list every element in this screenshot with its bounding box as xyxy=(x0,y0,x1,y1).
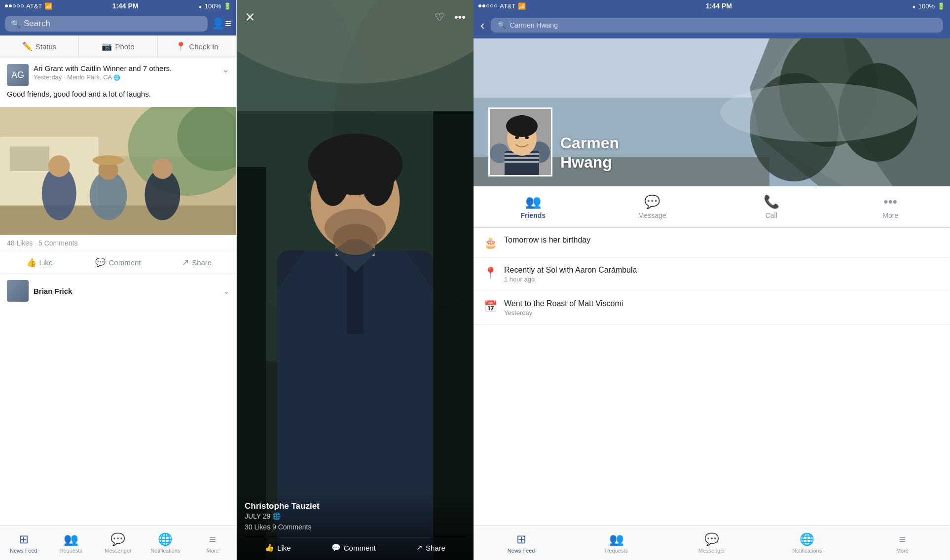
call-icon: 📞 xyxy=(764,194,779,210)
profile-action-row: 👥 Friends 💬 Message 📞 Call ••• More xyxy=(474,186,950,228)
photo-stats: 30 Likes 9 Comments xyxy=(245,523,466,531)
profile-panel: AT&T 📶 1:44 PM ⬥ 100% 🔋 ‹ 🔍 Carmen Hwang xyxy=(474,0,950,560)
photo-comment-button[interactable]: 💬 Comment xyxy=(331,543,376,552)
profile-more-button[interactable]: ••• More xyxy=(831,190,950,223)
photo-share-label: Share xyxy=(426,544,445,552)
profile-call-button[interactable]: 📞 Call xyxy=(712,190,831,223)
checkin-label: Check In xyxy=(189,42,218,51)
share-button[interactable]: ↗ Share xyxy=(157,252,236,273)
share-icon: ↗ xyxy=(182,257,189,268)
co-authors: with Caitlin Winner and 7 others. xyxy=(65,64,172,72)
profile-avatar-inner xyxy=(490,109,551,175)
camera-icon: 📷 xyxy=(102,41,112,52)
checkin-button[interactable]: 📍 Check In xyxy=(158,35,236,58)
profile-info-list: 🎂 Tomorrow is her birthday 📍 Recently at… xyxy=(474,228,950,525)
notifications-label: Notifications xyxy=(150,548,180,554)
profile-avatar-container: CarmenHwang xyxy=(488,107,619,176)
photo-viewer-panel: ✕ ♡ ••• Christophe Tauziet JULY 29 🌐 30 … xyxy=(237,0,474,560)
status-button[interactable]: ✏️ Status xyxy=(0,35,79,58)
photo-date: JULY 29 🌐 xyxy=(245,512,466,520)
battery-label: 100% xyxy=(205,2,221,10)
next-post-preview: Brian Frick ⌄ xyxy=(0,274,236,308)
profile-message-button[interactable]: 💬 Message xyxy=(593,190,712,223)
profile-requests-icon: 👥 xyxy=(609,532,624,546)
location-sub: 1 hour ago xyxy=(504,276,940,283)
profile-nav-more[interactable]: ≡ More xyxy=(855,526,950,560)
author-name[interactable]: Ari Grant xyxy=(34,64,63,72)
dot3 xyxy=(13,4,16,7)
profile-signal xyxy=(478,4,497,7)
photo-share-button[interactable]: ↗ Share xyxy=(416,543,445,552)
likes-count: 48 Likes xyxy=(7,239,33,247)
profile-friends-button[interactable]: 👥 Friends xyxy=(474,190,593,223)
profile-status-left: AT&T 📶 xyxy=(478,2,526,10)
profile-nav-notifications[interactable]: 🌐 Notifications xyxy=(760,526,855,560)
nav-messenger[interactable]: 💬 Messenger xyxy=(95,526,142,560)
thumbsup-icon-photo: 👍 xyxy=(265,543,274,552)
nav-notifications[interactable]: 🌐 Notifications xyxy=(142,526,189,560)
bottom-nav-1: ⊞ News Feed 👥 Requests 💬 Messenger 🌐 Not… xyxy=(0,525,236,560)
photo-heart-button[interactable]: ♡ xyxy=(435,11,444,24)
avatar[interactable]: AG xyxy=(7,64,29,86)
back-button[interactable]: ‹ xyxy=(480,18,485,33)
friends-icon: 👥 xyxy=(525,194,541,210)
svg-point-54 xyxy=(514,115,529,133)
profile-avatar[interactable] xyxy=(488,107,552,176)
post-stats: 48 Likes 5 Comments xyxy=(0,235,236,251)
photo-close-button[interactable]: ✕ xyxy=(245,10,256,25)
message-icon: 💬 xyxy=(644,194,660,210)
edit-icon: ✏️ xyxy=(22,41,33,52)
photo-comment-label: Comment xyxy=(344,544,376,552)
friends-requests-icon[interactable]: 👤≡ xyxy=(212,17,231,30)
svg-point-11 xyxy=(93,155,124,165)
nav-more[interactable]: ≡ More xyxy=(189,526,236,560)
profile-newsfeed-label: News Feed xyxy=(508,548,535,554)
carrier-label: AT&T xyxy=(26,2,42,10)
share-icon-photo: ↗ xyxy=(416,543,423,552)
search-input[interactable]: Search xyxy=(24,19,50,29)
post-image-bg xyxy=(0,107,236,235)
search-bar-1: 🔍 Search 👤≡ xyxy=(0,12,236,35)
battery-icon: 🔋 xyxy=(223,2,231,10)
messenger-label: Messenger xyxy=(105,548,131,554)
message-label: Message xyxy=(638,211,666,219)
profile-nav-newsfeed[interactable]: ⊞ News Feed xyxy=(474,526,569,560)
search-input-box[interactable]: 🔍 Search xyxy=(5,16,208,32)
messenger-icon: 💬 xyxy=(110,532,125,546)
comment-button[interactable]: 💬 Comment xyxy=(79,252,158,273)
post-card: AG Ari Grant with Caitlin Winner and 7 o… xyxy=(0,58,236,235)
post-image[interactable] xyxy=(0,107,236,235)
photo-scene-svg xyxy=(237,0,474,560)
nav-newsfeed[interactable]: ⊞ News Feed xyxy=(0,526,47,560)
profile-nav-requests[interactable]: 👥 Requests xyxy=(569,526,664,560)
profile-bottom-nav: ⊞ News Feed 👥 Requests 💬 Messenger 🌐 Not… xyxy=(474,525,950,560)
profile-nav-messenger[interactable]: 💬 Messenger xyxy=(664,526,759,560)
pdot4 xyxy=(490,4,493,7)
more-label: More xyxy=(882,211,898,219)
photo-like-label: Like xyxy=(277,544,291,552)
location-pin-icon: 📍 xyxy=(483,267,497,280)
photo-more-button[interactable]: ••• xyxy=(454,11,466,24)
profile-battery-label: 100% xyxy=(918,2,935,10)
comment-label: Comment xyxy=(109,258,141,267)
photo-caption: Christophe Tauziet JULY 29 🌐 30 Likes 9 … xyxy=(237,491,474,560)
photo-like-button[interactable]: 👍 Like xyxy=(265,543,291,552)
chevron-down-icon[interactable]: ⌄ xyxy=(222,64,229,75)
more-icon: ≡ xyxy=(209,532,216,546)
newsfeed-panel: AT&T 📶 1:44 PM ⬥ 100% 🔋 🔍 Search 👤≡ ✏️ S… xyxy=(0,0,237,560)
svg-point-31 xyxy=(333,224,377,255)
comment-icon: 💬 xyxy=(95,257,106,268)
photo-button[interactable]: 📷 Photo xyxy=(79,35,158,58)
nav-requests[interactable]: 👥 Requests xyxy=(47,526,95,560)
bluetooth-icon: ⬥ xyxy=(198,2,202,10)
profile-battery-icon: 🔋 xyxy=(937,2,945,10)
pdot1 xyxy=(478,4,481,7)
photo-top-right-controls: ♡ ••• xyxy=(435,11,466,24)
profile-search-text: Carmen Hwang xyxy=(510,21,558,29)
avatar-initials: AG xyxy=(11,70,24,80)
post-actions: 👍 Like 💬 Comment ↗ Share xyxy=(0,251,236,274)
profile-search-box[interactable]: 🔍 Carmen Hwang xyxy=(491,18,943,33)
svg-rect-3 xyxy=(10,146,49,171)
requests-icon: 👥 xyxy=(64,532,78,546)
like-button[interactable]: 👍 Like xyxy=(0,252,79,273)
